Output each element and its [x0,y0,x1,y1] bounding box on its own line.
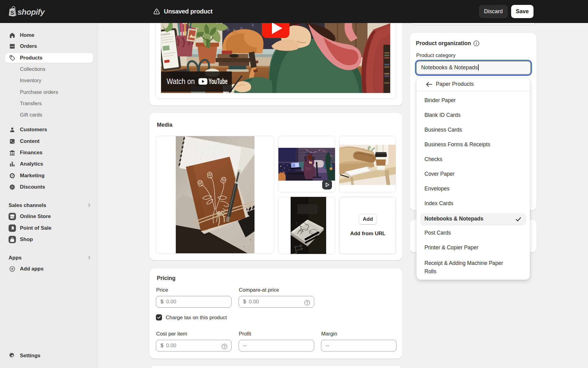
svg-text:shopify: shopify [17,7,45,17]
svg-text:S: S [10,10,14,16]
svg-text:YouTube: YouTube [209,77,228,86]
svg-text:Watch on: Watch on [167,77,195,86]
